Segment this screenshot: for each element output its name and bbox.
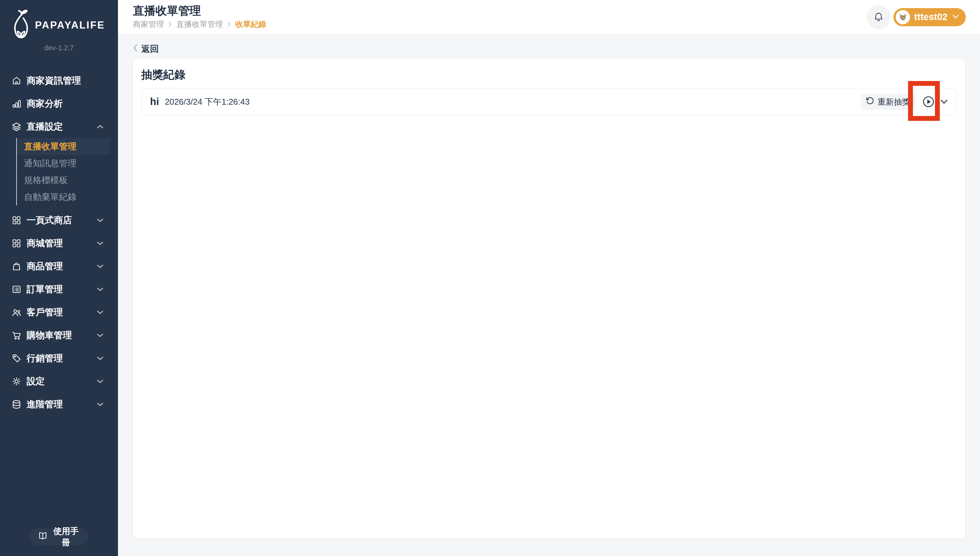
sidebar-item-label: 商品管理 [27,260,63,273]
sidebar-item-label: 一頁式商店 [27,214,72,226]
back-button[interactable]: 返回 [133,43,159,55]
sidebar-subitem-label: 自動棄單紀錄 [24,191,76,203]
papayalife-pear-icon [13,9,29,41]
record-actions: 重新抽獎 [861,94,948,110]
chevron-down-icon [97,333,104,337]
book-icon [38,531,48,543]
sidebar-item-order-management[interactable]: 訂單管理 [0,278,118,301]
sidebar-group-live-settings: 直播設定 直播收單管理 通知訊息管理 規格標模板 [0,115,118,205]
app-version: dev-1.2.7 [0,44,118,52]
sidebar-menu: 商家資訊管理 商家分析 直播設定 [0,69,118,416]
page-title: 直播收單管理 [133,5,267,17]
avatar [896,10,910,24]
chevron-left-icon [133,44,138,55]
chevron-down-icon [97,264,104,268]
sidebar-subitem-label: 通知訊息管理 [24,157,76,169]
redraw-label: 重新抽獎 [878,97,910,107]
sidebar-item-label: 商城管理 [27,237,63,249]
chevron-up-icon [97,125,104,129]
sidebar-item-product-management[interactable]: 商品管理 [0,255,118,278]
sidebar-item-settings[interactable]: 設定 [0,370,118,393]
sidebar-item-label: 客戶管理 [27,306,63,318]
shopping-bag-icon [12,262,21,271]
chevron-down-icon [952,14,960,20]
logo: PAPAYALIFE [0,0,118,41]
sidebar-item-live-settings[interactable]: 直播設定 [0,115,118,138]
rotate-ccw-icon [865,97,874,107]
layers-icon [12,122,21,131]
sidebar-submenu-live-settings: 直播收單管理 通知訊息管理 規格標模板 自動棄單紀錄 [16,138,110,205]
sidebar-subitem-notification-message[interactable]: 通知訊息管理 [17,155,110,172]
lottery-records-card: 抽獎紀錄 hi 2026/3/24 下午1:26:43 重 [133,58,965,538]
sidebar-item-one-page-store[interactable]: 一頁式商店 [0,208,118,232]
tag-icon [12,354,21,363]
user-manual-button[interactable]: 使用手冊 [29,529,89,545]
order-list-icon [12,284,21,294]
sidebar-subitem-auto-abandon-record[interactable]: 自動棄單紀錄 [17,189,110,205]
record-timestamp: 2026/3/24 下午1:26:43 [165,96,250,108]
users-icon [12,307,21,317]
expand-chevron-down-icon[interactable] [940,99,948,104]
chevron-down-icon [97,402,104,406]
main-area: 直播收單管理 商家管理 直播收單管理 收單紀錄 [118,0,980,556]
chevron-down-icon [97,356,104,360]
bell-icon [873,11,884,23]
topbar-right: tttest02 [867,5,966,29]
sidebar-item-label: 設定 [27,375,45,388]
redraw-button[interactable]: 重新抽獎 [861,94,915,110]
user-manual-label: 使用手冊 [52,525,80,548]
sidebar-item-label: 行銷管理 [27,352,63,365]
lottery-record-row: hi 2026/3/24 下午1:26:43 重新抽獎 [141,88,957,115]
card-title: 抽獎紀錄 [141,58,957,80]
sidebar-item-label: 訂單管理 [27,283,63,296]
breadcrumb-item[interactable]: 直播收單管理 [176,19,223,29]
sidebar-item-label: 進階管理 [27,398,63,411]
content-area: 返回 抽獎紀錄 hi 2026/3/24 下午1:26:43 [118,34,980,556]
sidebar-subitem-live-order-management[interactable]: 直播收單管理 [17,138,110,155]
chevron-down-icon [97,288,104,291]
record-name: hi [150,96,159,108]
sidebar: PAPAYALIFE dev-1.2.7 商家資訊管理 商家分析 [0,0,118,556]
play-button[interactable] [923,96,934,108]
sidebar-item-customer-management[interactable]: 客戶管理 [0,301,118,324]
sidebar-item-merchant-info[interactable]: 商家資訊管理 [0,69,118,92]
chevron-right-icon [227,21,231,27]
user-name: tttest02 [914,12,948,23]
sidebar-item-label: 購物車管理 [27,329,72,341]
chevron-right-icon [168,21,172,27]
database-icon [12,399,21,409]
chevron-down-icon [97,380,104,383]
sidebar-item-marketing-management[interactable]: 行銷管理 [0,347,118,370]
topbar-title-block: 直播收單管理 商家管理 直播收單管理 收單紀錄 [133,5,267,29]
home-icon [12,76,21,86]
sidebar-item-cart-management[interactable]: 購物車管理 [0,324,118,347]
grid-icon [12,215,21,225]
chevron-down-icon [97,218,104,222]
sidebar-subitem-spec-label-template[interactable]: 規格標模板 [17,172,110,189]
topbar: 直播收單管理 商家管理 直播收單管理 收單紀錄 [118,0,980,34]
gear-icon [12,377,21,386]
sidebar-item-label: 商家資訊管理 [27,74,81,87]
grid-icon [12,238,21,248]
app-root: PAPAYALIFE dev-1.2.7 商家資訊管理 商家分析 [0,0,980,556]
sidebar-subitem-label: 規格標模板 [24,174,68,186]
sidebar-subitem-label: 直播收單管理 [24,141,76,152]
breadcrumb-item[interactable]: 商家管理 [133,19,164,29]
sidebar-item-label: 直播設定 [27,121,63,133]
chevron-down-icon [97,241,104,245]
bar-chart-icon [12,99,21,108]
sidebar-item-advanced-management[interactable]: 進階管理 [0,393,118,416]
cart-icon [12,330,21,340]
app-title: PAPAYALIFE [35,19,105,31]
user-menu-button[interactable]: tttest02 [893,8,966,26]
sidebar-item-mall-management[interactable]: 商城管理 [0,232,118,255]
breadcrumb: 商家管理 直播收單管理 收單紀錄 [133,19,267,29]
breadcrumb-item-current: 收單紀錄 [235,19,267,29]
chevron-down-icon [97,310,104,314]
back-label: 返回 [141,43,159,55]
sidebar-item-label: 商家分析 [27,97,63,110]
sidebar-item-merchant-analytics[interactable]: 商家分析 [0,92,118,115]
notifications-button[interactable] [867,5,891,29]
